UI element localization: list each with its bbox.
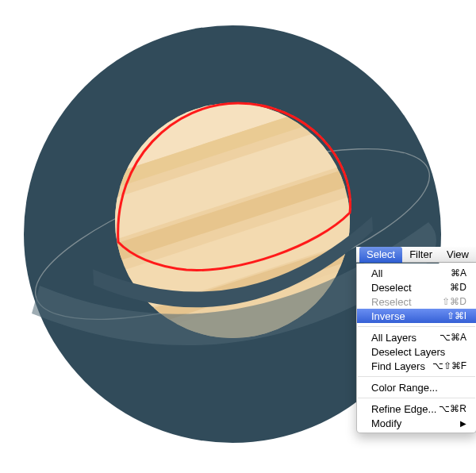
menu-inverse-shortcut: ⇧⌘I [447, 310, 466, 321]
menubar-select[interactable]: Select [359, 247, 402, 263]
menu-all-layers[interactable]: All Layers ⌥⌘A [357, 330, 476, 344]
menu-reselect-label: Reselect [371, 296, 442, 308]
menubar-view[interactable]: View [440, 247, 476, 263]
menubar-filter-label: Filter [409, 248, 432, 260]
menu-refine-edge-label: Refine Edge... [371, 403, 439, 415]
menu-find-layers-shortcut: ⌥⇧⌘F [432, 360, 466, 371]
menu-find-layers[interactable]: Find Layers ⌥⇧⌘F [357, 359, 476, 373]
menu-all-shortcut: ⌘A [451, 267, 466, 279]
menu-all-layers-shortcut: ⌥⌘A [440, 332, 466, 343]
menu-deselect-shortcut: ⌘D [450, 282, 466, 293]
menu-inverse[interactable]: Inverse ⇧⌘I [357, 309, 476, 323]
menu-modify[interactable]: Modify ▶ [357, 416, 476, 430]
menu-separator [358, 376, 475, 377]
app-menubar[interactable]: Select Filter View Windo [356, 247, 476, 263]
menu-deselect[interactable]: Deselect ⌘D [357, 280, 476, 294]
menubar-select-label: Select [367, 248, 395, 260]
menu-all-label: All [371, 267, 451, 279]
menubar-filter[interactable]: Filter [402, 247, 440, 263]
menu-refine-edge[interactable]: Refine Edge... ⌥⌘R [357, 402, 476, 416]
menu-reselect-shortcut: ⇧⌘D [442, 296, 466, 307]
menu-separator [358, 326, 475, 327]
select-menu-dropdown[interactable]: All ⌘A Deselect ⌘D Reselect ⇧⌘D Inverse … [356, 263, 476, 433]
chevron-right-icon: ▶ [460, 419, 466, 428]
menu-modify-label: Modify [371, 417, 454, 429]
menu-deselect-layers-label: Deselect Layers [371, 346, 466, 358]
menu-color-range[interactable]: Color Range... [357, 380, 476, 394]
menu-separator [358, 398, 475, 398]
menu-inverse-label: Inverse [371, 310, 447, 322]
menu-all-layers-label: All Layers [371, 332, 440, 344]
menu-reselect: Reselect ⇧⌘D [357, 294, 476, 309]
menu-color-range-label: Color Range... [371, 382, 466, 394]
menubar-view-label: View [447, 248, 469, 260]
menu-all[interactable]: All ⌘A [357, 266, 476, 280]
menu-deselect-layers[interactable]: Deselect Layers [357, 344, 476, 359]
menu-refine-edge-shortcut: ⌥⌘R [439, 403, 466, 414]
menu-find-layers-label: Find Layers [371, 360, 432, 372]
menu-deselect-label: Deselect [371, 282, 450, 294]
